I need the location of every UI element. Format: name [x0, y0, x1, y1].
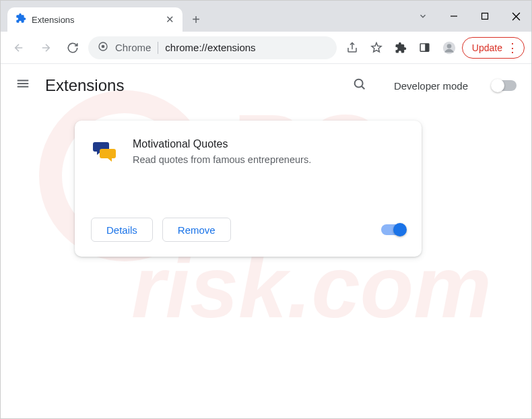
extension-app-icon [91, 138, 118, 165]
back-button[interactable] [7, 36, 30, 59]
puzzle-icon [15, 13, 26, 26]
update-label: Update [472, 42, 502, 53]
close-tab-icon[interactable]: ✕ [166, 13, 174, 26]
address-bar[interactable]: Chrome chrome://extensions [88, 36, 337, 59]
svg-point-9 [102, 45, 105, 49]
extension-name: Motivational Quotes [133, 138, 311, 150]
profile-icon[interactable] [438, 36, 461, 59]
reload-button[interactable] [61, 36, 84, 59]
extensions-content: Motivational Quotes Read quotes from fam… [1, 107, 531, 257]
svg-rect-14 [18, 80, 29, 82]
minimize-button[interactable] [438, 1, 469, 32]
tab-title: Extensions [32, 15, 75, 25]
search-icon[interactable] [352, 77, 367, 94]
extensions-icon[interactable] [389, 36, 412, 59]
forward-button[interactable] [34, 36, 57, 59]
details-button[interactable]: Details [91, 218, 153, 242]
window-controls [407, 1, 531, 32]
update-button[interactable]: Update ⋮ [462, 37, 525, 59]
sidepanel-icon[interactable] [413, 36, 436, 59]
toolbar: Chrome chrome://extensions Update ⋮ [1, 32, 531, 64]
svg-rect-15 [18, 83, 29, 84]
chrome-icon [98, 41, 108, 54]
extension-card: Motivational Quotes Read quotes from fam… [75, 121, 422, 257]
svg-point-13 [447, 44, 452, 49]
maximize-button[interactable] [469, 1, 500, 32]
extension-enable-toggle[interactable] [381, 224, 405, 235]
omnibox-url: chrome://extensions [165, 42, 255, 53]
omnibox-origin-label: Chrome [115, 42, 151, 53]
extensions-header: Extensions Developer mode [1, 64, 531, 107]
remove-button[interactable]: Remove [162, 218, 231, 242]
svg-rect-11 [426, 44, 430, 51]
svg-rect-16 [18, 86, 29, 88]
developer-mode-label: Developer mode [394, 80, 468, 92]
tab-search-icon[interactable] [407, 1, 438, 32]
developer-mode-toggle[interactable] [492, 80, 517, 91]
svg-rect-5 [482, 13, 488, 20]
hamburger-icon[interactable] [15, 76, 30, 95]
svg-line-18 [362, 86, 364, 89]
svg-point-17 [355, 79, 363, 88]
bookmark-icon[interactable] [365, 36, 388, 59]
page-title: Extensions [45, 76, 124, 95]
close-window-button[interactable] [500, 1, 531, 32]
new-tab-button[interactable]: + [187, 10, 205, 29]
browser-tab[interactable]: Extensions ✕ [7, 7, 182, 32]
share-icon[interactable] [341, 36, 364, 59]
extension-description: Read quotes from famous entrepreneurs. [133, 154, 311, 165]
separator [158, 42, 158, 54]
menu-icon: ⋮ [506, 42, 519, 54]
window-titlebar: Extensions ✕ + [1, 1, 531, 32]
